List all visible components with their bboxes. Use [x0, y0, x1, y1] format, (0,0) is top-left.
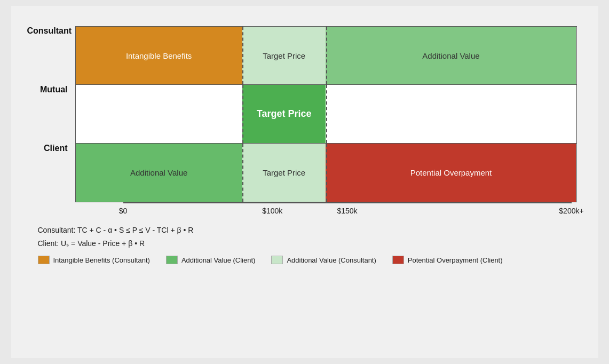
segment-1-2	[326, 85, 576, 143]
chart-container: ConsultantIntangible BenefitsTarget Pric…	[11, 6, 598, 358]
segment-2-0: Additional Value	[76, 144, 242, 202]
formulas: Consultant: TC + C - α • S ≤ P ≤ V - TCl…	[38, 224, 582, 250]
segment-2-2: Potential Overpayment	[326, 144, 576, 202]
legend-color-3	[392, 256, 404, 264]
legend-item-2: Additional Value (Consultant)	[271, 256, 376, 264]
legend-color-1	[166, 256, 178, 264]
bar-row-container-0: ConsultantIntangible BenefitsTarget Pric…	[75, 26, 577, 85]
segment-1-0	[76, 85, 242, 143]
legend-item-0: Intangible Benefits (Consultant)	[38, 256, 150, 264]
bar-row-1: Target Price	[75, 85, 577, 144]
segment-1-1: Target Price	[242, 85, 326, 143]
bar-row-container-2: ClientAdditional ValueTarget PricePotent…	[75, 144, 577, 202]
x-axis: $0$100k$150k$200k+	[123, 202, 572, 217]
row-label-0: Consultant	[27, 26, 75, 85]
bar-row-0: Intangible BenefitsTarget PriceAdditiona…	[75, 26, 577, 85]
formula-0: Consultant: TC + C - α • S ≤ P ≤ V - TCl…	[38, 224, 582, 237]
row-label-1: Mutual	[27, 85, 75, 144]
legend-label-0: Intangible Benefits (Consultant)	[53, 256, 150, 264]
row-label-2: Client	[27, 144, 75, 202]
legend: Intangible Benefits (Consultant)Addition…	[38, 256, 582, 264]
legend-label-1: Additional Value (Client)	[181, 256, 256, 264]
bars-wrapper: ConsultantIntangible BenefitsTarget Pric…	[75, 26, 577, 202]
bar-row-container-1: MutualTarget Price	[75, 85, 577, 144]
chart-area: ConsultantIntangible BenefitsTarget Pric…	[75, 26, 577, 217]
legend-color-0	[38, 256, 50, 264]
x-label-100k: $100k	[262, 207, 282, 215]
legend-label-2: Additional Value (Consultant)	[287, 256, 376, 264]
x-label-200k: $200k+	[559, 207, 583, 215]
segment-2-1: Target Price	[242, 144, 326, 202]
segment-0-0: Intangible Benefits	[76, 27, 242, 84]
legend-item-1: Additional Value (Client)	[166, 256, 256, 264]
legend-label-3: Potential Overpayment (Client)	[408, 256, 503, 264]
x-label-0: $0	[119, 207, 128, 215]
bar-row-2: Additional ValueTarget PricePotential Ov…	[75, 144, 577, 202]
x-label-150k: $150k	[337, 207, 357, 215]
legend-item-3: Potential Overpayment (Client)	[392, 256, 503, 264]
segment-0-2: Additional Value	[326, 27, 576, 84]
segment-0-1: Target Price	[242, 27, 326, 84]
legend-color-2	[271, 256, 283, 264]
formula-1: Client: Uₛ = Value - Price + β • R	[38, 237, 582, 250]
